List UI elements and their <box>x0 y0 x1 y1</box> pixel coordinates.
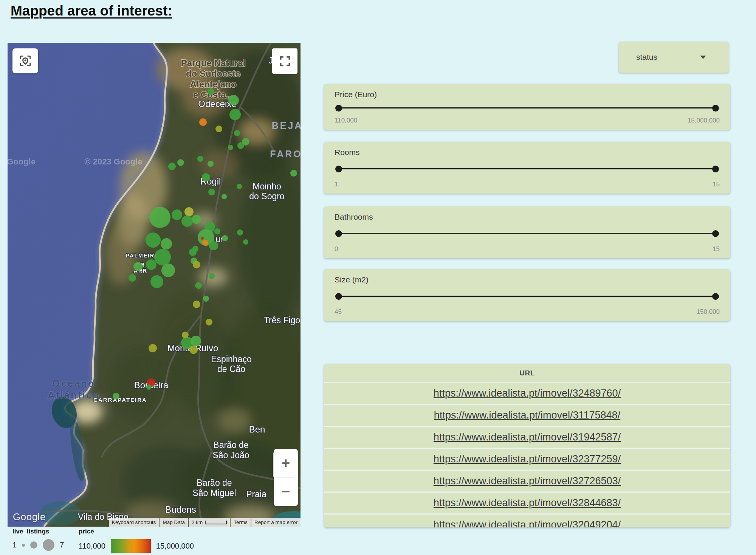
table-row: https://www.idealista.pt/imovel/32049204… <box>324 513 730 527</box>
size-legend-dot-medium <box>30 541 37 549</box>
status-dropdown[interactable]: status <box>619 42 729 73</box>
url-link[interactable]: https://www.idealista.pt/imovel/32489760… <box>434 388 621 399</box>
frame-markers-button[interactable] <box>12 48 38 73</box>
zoom-out-button[interactable]: − <box>274 478 298 506</box>
listing-marker[interactable] <box>228 145 233 150</box>
listing-marker[interactable] <box>215 126 222 132</box>
listing-marker[interactable] <box>154 249 171 265</box>
listing-marker[interactable] <box>184 207 194 216</box>
price-min-handle[interactable] <box>335 105 342 112</box>
map-label: Moinhodo Sogro <box>249 181 284 201</box>
price-slider-bounds: 110,000 15,000,000 <box>335 117 720 124</box>
rooms-range-slider[interactable] <box>335 165 719 173</box>
listing-marker[interactable] <box>229 109 241 120</box>
url-link[interactable]: https://www.idealista.pt/imovel/32726503… <box>434 475 621 487</box>
map-label: BEJA <box>272 120 301 131</box>
listing-marker[interactable] <box>201 237 204 240</box>
size-max-handle[interactable] <box>712 293 719 300</box>
listing-marker[interactable] <box>234 130 240 136</box>
size-legend: live_listings 1 7 <box>12 528 64 551</box>
listing-marker[interactable] <box>203 296 209 302</box>
map-label: Barão deSão Miguel <box>192 478 236 498</box>
rooms-max-handle[interactable] <box>712 166 719 172</box>
table-row: https://www.idealista.pt/imovel/32844683… <box>324 491 730 513</box>
price-max-handle[interactable] <box>712 105 719 112</box>
listing-marker[interactable] <box>149 207 170 228</box>
fullscreen-button[interactable] <box>272 48 297 74</box>
url-link[interactable]: https://www.idealista.pt/imovel/32377259… <box>434 453 621 465</box>
price-max-value: 15,000,000 <box>688 117 720 124</box>
listing-marker[interactable] <box>146 259 156 270</box>
listing-marker[interactable] <box>161 238 172 250</box>
listing-marker[interactable] <box>189 346 198 354</box>
listing-marker[interactable] <box>237 229 243 236</box>
listing-marker[interactable] <box>206 319 212 326</box>
listing-marker[interactable] <box>209 241 218 250</box>
bathrooms-max-handle[interactable] <box>712 230 719 237</box>
listing-marker[interactable] <box>243 239 248 245</box>
listing-marker[interactable] <box>290 170 297 177</box>
listing-marker[interactable] <box>191 336 201 346</box>
listing-marker[interactable] <box>199 118 207 126</box>
listing-marker[interactable] <box>237 184 242 189</box>
listing-marker[interactable] <box>214 228 220 234</box>
rooms-min-handle[interactable] <box>335 166 342 172</box>
listing-marker[interactable] <box>129 274 136 282</box>
listing-marker[interactable] <box>195 282 202 289</box>
listing-marker[interactable] <box>146 233 161 248</box>
bathrooms-min-handle[interactable] <box>335 230 342 237</box>
listing-marker[interactable] <box>133 262 143 271</box>
listing-marker[interactable] <box>192 246 198 252</box>
map[interactable]: Parque Naturaldo SudoesteAlentejanoe Cos… <box>8 43 301 527</box>
listing-marker[interactable] <box>182 332 189 338</box>
price-range-slider[interactable] <box>335 104 719 112</box>
listing-marker[interactable] <box>113 393 119 400</box>
listing-marker[interactable] <box>208 189 215 195</box>
url-link[interactable]: https://www.idealista.pt/imovel/32844683… <box>434 497 621 508</box>
listing-marker[interactable] <box>202 173 210 181</box>
listing-marker[interactable] <box>181 215 193 227</box>
bathrooms-max-value: 15 <box>713 245 720 253</box>
map-canvas[interactable]: Parque Naturaldo SudoesteAlentejanoe Cos… <box>8 43 301 527</box>
size-min-value: 45 <box>335 308 342 316</box>
size-min-handle[interactable] <box>335 293 342 300</box>
listing-marker[interactable] <box>197 156 203 162</box>
locate-pin-icon <box>18 54 33 68</box>
map-data-label[interactable]: Map Data <box>160 518 188 527</box>
bathrooms-min-value: 0 <box>335 245 338 253</box>
url-link[interactable]: https://www.idealista.pt/imovel/31175848… <box>434 409 620 421</box>
listing-marker[interactable] <box>150 275 163 288</box>
listing-marker[interactable] <box>149 344 157 352</box>
keyboard-shortcuts-button[interactable]: Keyboard shortcuts <box>109 518 159 527</box>
listing-marker[interactable] <box>228 95 239 105</box>
listing-marker[interactable] <box>177 159 184 166</box>
zoom-in-button[interactable]: + <box>274 449 298 477</box>
listing-marker[interactable] <box>172 209 182 220</box>
price-gradient-bar <box>111 539 151 553</box>
listing-marker[interactable] <box>146 384 152 390</box>
size-legend-max: 7 <box>60 541 64 549</box>
google-logo[interactable]: Google <box>13 511 46 523</box>
bathrooms-range-slider[interactable] <box>335 230 719 237</box>
listing-marker[interactable] <box>202 240 208 246</box>
listing-marker[interactable] <box>161 264 175 277</box>
listing-marker[interactable] <box>193 301 200 308</box>
listing-marker[interactable] <box>208 161 214 167</box>
url-link[interactable]: https://www.idealista.pt/imovel/31942587… <box>434 431 621 443</box>
listing-marker[interactable] <box>208 88 214 95</box>
report-map-error-link[interactable]: Report a map error <box>251 518 301 527</box>
listing-marker[interactable] <box>209 273 215 279</box>
listing-marker[interactable] <box>192 215 201 224</box>
listing-marker[interactable] <box>237 142 244 149</box>
terms-link[interactable]: Terms <box>231 518 251 527</box>
bathrooms-slider-label: Bathrooms <box>335 212 720 222</box>
scale-bar-icon <box>205 520 227 525</box>
listing-marker[interactable] <box>168 163 176 170</box>
map-label: Budens <box>165 504 196 515</box>
listing-marker[interactable] <box>222 194 227 199</box>
size-range-slider[interactable] <box>335 293 719 300</box>
listing-marker[interactable] <box>193 261 200 268</box>
listing-marker[interactable] <box>222 235 228 241</box>
size-slider-bounds: 45 150,000 <box>335 308 720 316</box>
url-link[interactable]: https://www.idealista.pt/imovel/32049204… <box>434 519 621 527</box>
